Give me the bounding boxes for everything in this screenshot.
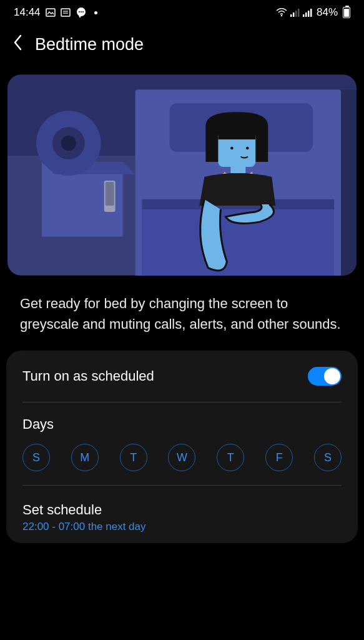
svg-point-8 (281, 15, 282, 16)
day-wed[interactable]: W (168, 444, 195, 471)
svg-point-33 (230, 147, 234, 150)
svg-rect-10 (293, 12, 295, 17)
more-dot-icon (94, 11, 97, 14)
toggle-label: Turn on as scheduled (22, 368, 154, 384)
svg-rect-11 (295, 11, 297, 17)
settings-card: Turn on as scheduled Days S M T W T F S … (6, 351, 358, 543)
schedule-row[interactable]: Set schedule 22:00 - 07:00 the next day (22, 486, 342, 543)
gallery-icon (46, 8, 56, 18)
page-header: Bedtime mode (0, 22, 364, 74)
day-tue[interactable]: T (120, 444, 147, 471)
bedtime-illustration (7, 74, 357, 276)
svg-point-34 (246, 147, 249, 150)
status-bar: 14:44 84% (0, 0, 364, 22)
svg-rect-22 (142, 199, 334, 276)
message-icon (76, 7, 87, 18)
day-sun[interactable]: S (22, 444, 50, 471)
svg-rect-32 (218, 129, 255, 139)
svg-point-6 (81, 11, 82, 12)
svg-rect-13 (303, 14, 305, 17)
battery-percent: 84% (317, 6, 338, 19)
svg-rect-1 (61, 9, 70, 16)
days-list: S M T W T F S (22, 444, 342, 471)
svg-rect-27 (106, 182, 114, 206)
day-sat[interactable]: S (314, 444, 342, 471)
day-mon[interactable]: M (71, 444, 99, 471)
svg-rect-15 (308, 11, 310, 17)
svg-rect-35 (230, 166, 245, 173)
status-time: 14:44 (14, 6, 41, 19)
back-button[interactable] (12, 34, 22, 56)
page-title: Bedtime mode (35, 35, 144, 54)
battery-icon (343, 7, 350, 18)
svg-rect-16 (310, 9, 312, 17)
day-thu[interactable]: T (217, 444, 244, 471)
schedule-value: 22:00 - 07:00 the next day (22, 521, 146, 533)
toggle-row[interactable]: Turn on as scheduled (22, 351, 342, 402)
svg-rect-14 (305, 12, 307, 17)
description-text: Get ready for bed by changing the screen… (0, 276, 364, 351)
days-label: Days (22, 416, 342, 432)
news-icon (61, 8, 71, 17)
signal-icon-2 (303, 9, 312, 17)
toggle-switch[interactable] (308, 367, 342, 386)
wifi-icon (276, 8, 287, 17)
svg-point-5 (79, 11, 80, 12)
svg-rect-12 (298, 9, 300, 17)
day-fri[interactable]: F (265, 444, 293, 471)
schedule-label: Set schedule (22, 502, 146, 518)
svg-rect-0 (46, 9, 55, 16)
svg-point-30 (61, 136, 76, 151)
svg-rect-9 (290, 14, 292, 17)
signal-icon-1 (290, 9, 300, 17)
svg-point-7 (82, 11, 84, 12)
days-section: Days S M T W T F S (22, 402, 342, 486)
